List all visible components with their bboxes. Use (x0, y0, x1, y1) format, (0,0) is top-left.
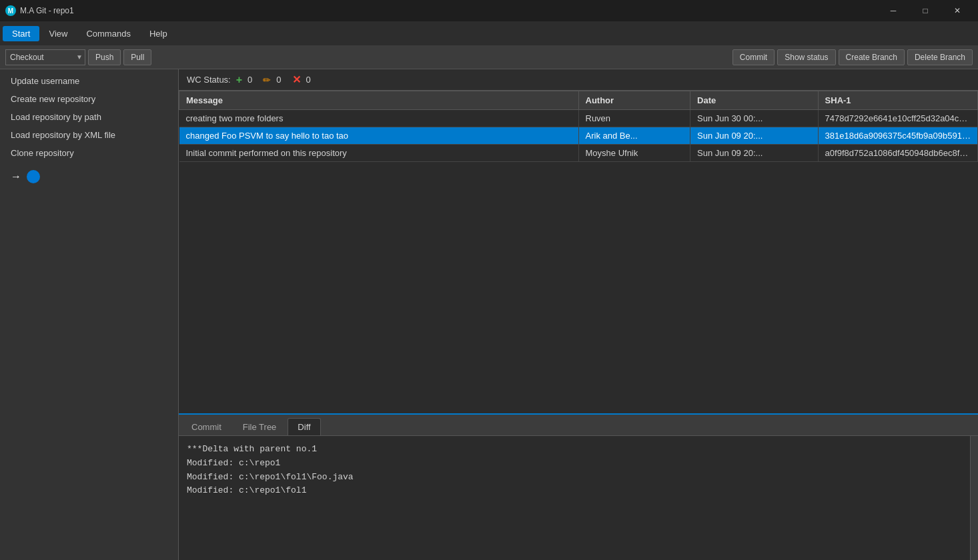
right-panel: WC Status: + 0 ✏ 0 ✕ 0 Message Author (179, 69, 978, 560)
commit-toolbar-button[interactable]: Commit (732, 49, 775, 65)
wc-status-label: WC Status: (187, 75, 231, 85)
loading-circle (27, 170, 40, 183)
bottom-panel: Commit File Tree Diff ***Delta with pare… (179, 413, 978, 560)
menu-start[interactable]: Start (3, 26, 39, 41)
tab-commit[interactable]: Commit (181, 418, 231, 435)
diff-content: ***Delta with parent no.1Modified: c:\re… (179, 436, 970, 560)
bottom-tabs: Commit File Tree Diff (179, 415, 978, 436)
sidebar-item-clone[interactable]: Clone repository (0, 144, 178, 162)
close-button[interactable]: ✕ (942, 0, 973, 21)
cell-message: changed Foo PSVM to say hello to tao tao (179, 127, 579, 145)
cell-author: Moyshe Ufnik (578, 145, 690, 162)
diff-line: Modified: c:\repo1 (187, 457, 962, 471)
commits-tbody: creating two more foldersRuvenSun Jun 30… (179, 110, 978, 162)
wc-status-bar: WC Status: + 0 ✏ 0 ✕ 0 (179, 69, 978, 91)
edit-icon: ✏ (263, 75, 271, 85)
table-row[interactable]: changed Foo PSVM to say hello to tao tao… (179, 127, 978, 145)
push-button[interactable]: Push (88, 49, 121, 65)
table-row[interactable]: creating two more foldersRuvenSun Jun 30… (179, 110, 978, 127)
sidebar-item-create-repo[interactable]: Create new repository (0, 90, 178, 108)
commits-table-header: Message Author Date SHA-1 (179, 91, 978, 110)
menu-commands[interactable]: Commands (77, 26, 139, 41)
diff-line: Modified: c:\repo1\fol1\Foo.java (187, 471, 962, 485)
show-status-button[interactable]: Show status (777, 49, 835, 65)
cell-date: Sun Jun 09 20:... (690, 127, 819, 145)
title-bar-left: M M.A Git - repo1 (5, 5, 74, 16)
sidebar-item-update-username[interactable]: Update username (0, 72, 178, 90)
toolbar: Checkout ▼ Push Pull Commit Show status … (0, 45, 978, 69)
delete-icon: ✕ (292, 73, 301, 86)
tab-diff[interactable]: Diff (288, 418, 320, 435)
minimize-button[interactable]: ─ (878, 0, 909, 21)
main-container: Checkout ▼ Push Pull Commit Show status … (0, 45, 978, 560)
pull-button[interactable]: Pull (123, 49, 151, 65)
sidebar-loading: → (0, 162, 178, 191)
header-message: Message (179, 91, 579, 110)
cell-sha: 381e18d6a9096375c45fb9a09b5910dac96... (818, 127, 977, 145)
cell-author: Ruven (578, 110, 690, 127)
menu-bar: Start View Commands Help (0, 21, 978, 45)
cell-sha: a0f9f8d752a1086df450948db6ec8fb37d06... (818, 145, 977, 162)
commits-scroll-area[interactable]: Message Author Date SHA-1 creating two m… (179, 91, 978, 413)
header-sha: SHA-1 (818, 91, 977, 110)
cell-date: Sun Jun 09 20:... (690, 145, 819, 162)
commits-area: Message Author Date SHA-1 creating two m… (179, 91, 978, 413)
app-icon: M (5, 5, 16, 16)
tab-file-tree[interactable]: File Tree (233, 418, 287, 435)
checkout-select[interactable]: Checkout (5, 49, 85, 65)
window-controls: ─ □ ✕ (878, 0, 973, 21)
delete-count: 0 (306, 75, 311, 85)
bottom-content-row: ***Delta with parent no.1Modified: c:\re… (179, 436, 978, 560)
header-author: Author (578, 91, 690, 110)
content-area: Update username Create new repository Lo… (0, 69, 978, 560)
menu-help[interactable]: Help (140, 26, 177, 41)
edit-count: 0 (276, 75, 281, 85)
cell-date: Sun Jun 30 00:... (690, 110, 819, 127)
arrow-icon: → (11, 171, 21, 183)
add-icon: + (236, 74, 242, 86)
scroll-track[interactable] (970, 436, 978, 560)
add-count: 0 (248, 75, 252, 85)
diff-line: ***Delta with parent no.1 (187, 443, 962, 457)
cell-message: Initial commit performed on this reposit… (179, 145, 579, 162)
sidebar-item-load-by-path[interactable]: Load repository by path (0, 108, 178, 126)
cell-message: creating two more folders (179, 110, 579, 127)
header-date: Date (690, 91, 819, 110)
sidebar: Update username Create new repository Lo… (0, 69, 179, 560)
cell-author: Arik and Be... (578, 127, 690, 145)
table-row[interactable]: Initial commit performed on this reposit… (179, 145, 978, 162)
delete-branch-button[interactable]: Delete Branch (907, 49, 973, 65)
menu-view[interactable]: View (39, 26, 77, 41)
diff-line: Modified: c:\repo1\fol1 (187, 484, 962, 498)
title-bar: M M.A Git - repo1 ─ □ ✕ (0, 0, 978, 21)
sidebar-item-load-by-xml[interactable]: Load repository by XML file (0, 126, 178, 144)
cell-sha: 7478d7292e6641e10cff25d32a04c97e929... (818, 110, 977, 127)
window-title: M.A Git - repo1 (20, 6, 74, 15)
commits-table: Message Author Date SHA-1 creating two m… (179, 91, 978, 162)
maximize-button[interactable]: □ (910, 0, 941, 21)
create-branch-button[interactable]: Create Branch (839, 49, 905, 65)
checkout-dropdown-wrap: Checkout ▼ (5, 49, 85, 65)
